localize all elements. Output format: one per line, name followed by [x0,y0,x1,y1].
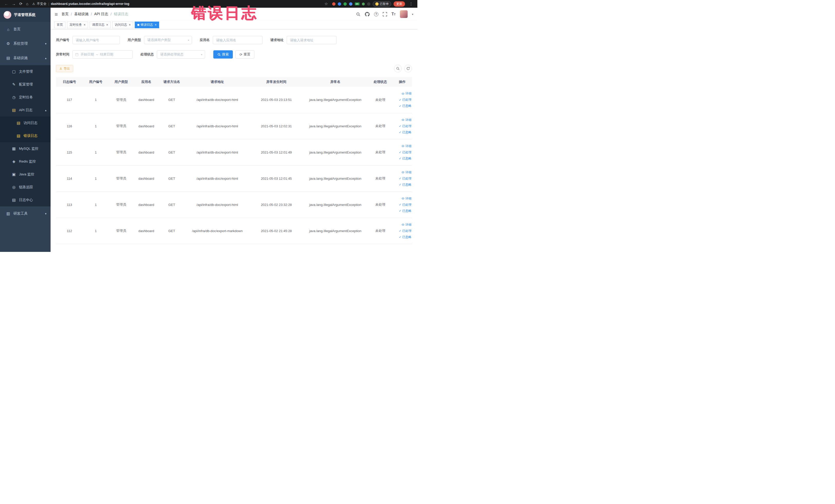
help-icon[interactable]: ? [374,12,378,16]
reset-button[interactable]: ⟳ 重置 [236,50,254,59]
tab-close-icon[interactable]: × [155,23,157,26]
app-name-input[interactable] [213,36,263,44]
sidebar-item-access-log[interactable]: ▤ 访问日志 [0,117,50,129]
mark-ignored-link[interactable]: ✓已忽略 [399,130,411,135]
extension-icon-blue-grid[interactable] [349,2,352,6]
sidebar-item-error-log[interactable]: ▤ 错误日志 [0,129,50,142]
bookmark-star-icon[interactable]: ☆ [323,0,330,8]
exception-time-label: 异常时间 [56,52,69,57]
mark-ignored-link[interactable]: ✓已忽略 [399,235,411,239]
search-icon[interactable] [356,12,360,16]
detail-link[interactable]: 详细 [402,92,411,96]
cell-status: 未处理 [368,218,392,244]
browser-home-icon[interactable]: ⌂ [24,0,30,8]
tab-scheduled-jobs[interactable]: 定时任务 × [67,22,88,28]
user-avatar[interactable] [400,10,408,18]
sidebar-item-home[interactable]: ⌂ 首页 [0,22,50,37]
detail-link[interactable]: 详细 [402,196,411,201]
detail-link[interactable]: 详细 [402,170,411,175]
tab-schedule-log[interactable]: 调度日志 × [89,22,110,28]
breadcrumb-infrastructure[interactable]: 基础设施 [74,12,88,16]
extension-icon-dark[interactable] [367,2,370,6]
breadcrumb-api-log[interactable]: API 日志 [94,12,108,16]
request-url-label: 请求地址 [270,38,284,42]
forward-icon[interactable]: → [10,0,18,8]
tab-error-log[interactable]: 错误日志 × [135,22,159,28]
check-icon: ✓ [399,130,402,134]
toolbox-icon: ▥ [5,211,11,216]
detail-link[interactable]: 详细 [402,223,411,227]
update-button[interactable]: 更新 [393,1,405,7]
user-type-select[interactable]: 请选择用户类型 ▾ [144,36,192,44]
extension-icon-red[interactable] [332,2,335,6]
mark-processed-link[interactable]: ✓已处理 [399,229,411,233]
sidebar-item-redis-monitor[interactable]: ◈ Redis 监控 [0,155,50,168]
url-text[interactable]: dashboard.yudao.iocoder.cn/infra/log/api… [51,2,129,6]
search-button[interactable]: 搜索 [213,50,233,59]
fullscreen-icon[interactable] [383,12,387,16]
font-size-icon[interactable]: TT [391,12,395,16]
table-row: 117 1 管理员 dashboard GET /api/infra/db-do… [56,87,412,113]
cell-actions: 详细 ✓已处理 ✓已忽略 [392,87,412,113]
request-url-input[interactable] [287,36,337,44]
sidebar-item-trace[interactable]: ◎ 链路追踪 [0,181,50,194]
mark-processed-link[interactable]: ✓已处理 [399,176,411,181]
tab-access-log[interactable]: 访问日志 × [112,22,133,28]
mark-ignored-link[interactable]: ✓已忽略 [399,209,411,213]
address-bar[interactable]: ⚠ 不安全 | dashboard.yudao.iocoder.cn/infra… [32,2,129,6]
extension-icon-leaf[interactable] [362,3,365,5]
browser-menu-dots-icon[interactable]: ⋮ [407,0,415,8]
monitor-icon: ▣ [11,172,17,177]
sidebar-menu: ⌂ 首页 ⚙ 系统管理 ▾ ▤ 基础设施 ▴ ▢ 文件管理 ✎ 配置管理 ◷ 定… [0,22,50,221]
extension-icon-blue-drop[interactable] [338,2,341,6]
sidebar-item-infrastructure[interactable]: ▤ 基础设施 ▴ [0,51,50,65]
tab-home[interactable]: 首页 [54,22,65,28]
date-start-placeholder[interactable]: 开始日期 [81,52,94,57]
cell-app-name: dashboard [134,218,159,244]
user-id-input[interactable] [73,36,120,44]
sidebar-item-scheduled-jobs[interactable]: ◷ 定时任务 [0,91,50,104]
date-range-picker[interactable]: 开始日期 ~ 结束日期 [73,50,133,59]
mark-ignored-link[interactable]: ✓已忽略 [399,183,411,187]
paused-badge[interactable]: 已暂停 [373,1,391,7]
page-content: 用户编号 用户类型 请选择用户类型 ▾ 应用名 请求地址 异常 [50,29,418,244]
extension-icon-green[interactable] [343,2,347,6]
mark-processed-link[interactable]: ✓已处理 [399,150,411,155]
date-end-placeholder[interactable]: 结束日期 [100,52,114,57]
github-icon[interactable] [365,12,370,17]
app-logo-row[interactable]: 芋道管理系统 [0,8,50,22]
detail-link[interactable]: 详细 [402,144,411,148]
sidebar-item-file-management[interactable]: ▢ 文件管理 [0,65,50,78]
mark-processed-link[interactable]: ✓已处理 [399,203,411,207]
sidebar-toggle-icon[interactable]: ≡ [55,12,58,17]
tab-close-icon[interactable]: × [129,23,131,26]
sidebar-item-log-center[interactable]: ▤ 日志中心 [0,194,50,206]
sidebar-item-api-log[interactable]: ▤ API 日志 ▴ [0,104,50,117]
col-status: 处理状态 [368,77,392,87]
sidebar-item-dev-tools[interactable]: ▥ 研发工具 ▾ [0,206,50,221]
calendar-icon [75,53,79,56]
breadcrumb: 首页 / 基础设施 / API 日志 / 错误日志 [61,12,128,16]
back-icon[interactable]: ← [3,0,10,8]
mark-processed-link[interactable]: ✓已处理 [399,124,411,128]
sidebar-item-java-monitor[interactable]: ▣ Java 监控 [0,168,50,181]
avatar-caret-icon[interactable]: ▾ [412,13,413,16]
breadcrumb-home[interactable]: 首页 [61,12,68,16]
tab-close-icon[interactable]: × [106,23,108,26]
mark-ignored-link[interactable]: ✓已忽略 [399,104,411,108]
status-select[interactable]: 请选择处理状态 ▾ [157,50,205,59]
extension-on-badge[interactable]: on [355,2,360,5]
mark-ignored-link[interactable]: ✓已忽略 [399,156,411,161]
tab-close-icon[interactable]: × [84,23,85,26]
sidebar-item-mysql-monitor[interactable]: ▦ MySQL 监控 [0,142,50,155]
app-title: 芋道管理系统 [14,13,36,17]
mark-processed-link[interactable]: ✓已处理 [399,98,411,102]
reload-icon[interactable]: ⟳ [18,0,24,8]
export-button[interactable]: 导出 [56,65,73,72]
sidebar-item-system-management[interactable]: ⚙ 系统管理 ▾ [0,37,50,51]
refresh-table-button[interactable] [404,65,412,73]
detail-link[interactable]: 详细 [402,118,411,122]
toggle-search-button[interactable] [394,65,402,73]
sidebar-item-config-management[interactable]: ✎ 配置管理 [0,78,50,91]
table-row: 113 1 管理员 dashboard GET /api/infra/db-do… [56,191,412,218]
